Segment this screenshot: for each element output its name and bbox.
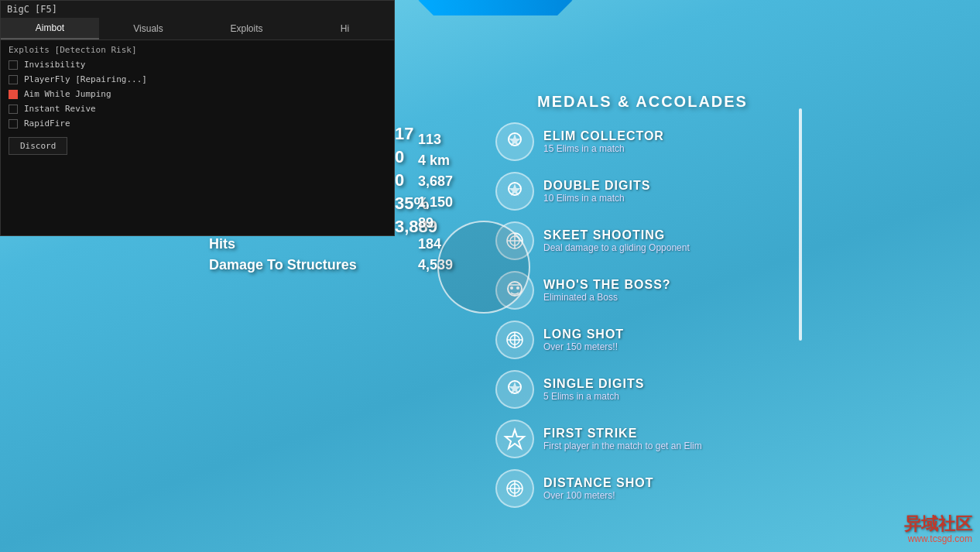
medal-icon-single-digits	[495, 370, 534, 409]
list-item[interactable]: PlayerFly [Repairing...]	[1, 72, 394, 87]
top-shape	[418, 0, 573, 15]
medal-info-long-shot: LONG SHOT Over 150 meters!!	[543, 327, 624, 352]
medal-row-skeet-shooting: SKEET SHOOTING Deal damage to a gliding …	[495, 221, 790, 260]
medal-name-elim-collector: ELIM COLLECTOR	[543, 129, 664, 143]
medal-desc-single-digits: 5 Elims in a match	[543, 391, 644, 402]
medal-name-distance-shot: DISTANCE SHOT	[543, 476, 653, 490]
checkbox-playerfly[interactable]	[9, 75, 18, 84]
medal-row-first-strike: FIRST STRIKE First player in the match t…	[495, 420, 790, 458]
tab-exploits[interactable]: Exploits	[197, 18, 296, 39]
medal-name-whos-boss: WHO'S THE BOSS?	[543, 278, 671, 292]
medal-name-long-shot: LONG SHOT	[543, 327, 624, 341]
medal-icon-long-shot	[495, 321, 534, 359]
label-rapidfire: RapidFire	[24, 118, 70, 129]
section-title: Exploits [Detection Risk]	[1, 40, 394, 57]
list-item[interactable]: Instant Revive	[1, 101, 394, 116]
medal-desc-whos-boss: Eliminated a Boss	[543, 292, 671, 303]
cheat-panel: BigC [F5] Aimbot Visuals Exploits Hi Exp…	[0, 0, 395, 236]
top-decoration	[418, 0, 573, 15]
medal-desc-distance-shot: Over 100 meters!	[543, 490, 653, 501]
medal-icon-distance-shot	[495, 469, 534, 508]
medal-row-single-digits: SINGLE DIGITS 5 Elims in a match	[495, 370, 790, 409]
label-hits: Hits	[209, 236, 410, 252]
medals-title: MEDALS & ACCOLADES	[495, 93, 790, 111]
medal-info-first-strike: FIRST STRIKE First player in the match t…	[543, 427, 702, 451]
label-aim-while-jumping: Aim While Jumping	[24, 89, 111, 99]
checkbox-rapidfire[interactable]	[9, 119, 18, 129]
medal-row-whos-boss: WHO'S THE BOSS? Eliminated a Boss	[495, 271, 790, 310]
list-item[interactable]: RapidFire	[1, 116, 394, 131]
cheat-tabs: Aimbot Visuals Exploits Hi	[1, 18, 394, 40]
medal-desc-first-strike: First player in the match to get an Elim	[543, 441, 702, 451]
cheat-title: BigC [F5]	[1, 1, 394, 18]
checkbox-aim-while-jumping[interactable]	[9, 90, 18, 99]
medal-desc-double-digits: 10 Elims in a match	[543, 193, 650, 204]
medal-name-first-strike: FIRST STRIKE	[543, 427, 702, 441]
watermark-line2: www.tcsgd.com	[908, 533, 972, 544]
checkbox-invisibility[interactable]	[9, 60, 18, 70]
label-playerfly: PlayerFly [Repairing...]	[24, 74, 147, 84]
list-item[interactable]: Aim While Jumping	[1, 87, 394, 101]
value-mat-used: 1,150	[418, 194, 453, 211]
medal-info-elim-collector: ELIM COLLECTOR 15 Elims in a match	[543, 129, 664, 154]
medals-section: MEDALS & ACCOLADES ELIM COLLECTOR 15 Eli…	[495, 93, 790, 519]
medal-row-long-shot: LONG SHOT Over 150 meters!!	[495, 321, 790, 359]
medal-info-single-digits: SINGLE DIGITS 5 Elims in a match	[543, 377, 644, 402]
stat-row-hits: Hits 184	[209, 236, 453, 252]
value-mat-gathered: 3,687	[418, 173, 453, 190]
value-distance: 4 km	[418, 153, 450, 169]
medal-name-single-digits: SINGLE DIGITS	[543, 377, 644, 391]
medal-info-distance-shot: DISTANCE SHOT Over 100 meters!	[543, 476, 653, 501]
checkbox-instant-revive[interactable]	[9, 105, 18, 114]
medal-info-whos-boss: WHO'S THE BOSS? Eliminated a Boss	[543, 278, 671, 303]
scroll-bar[interactable]	[799, 108, 802, 341]
medal-info-double-digits: DOUBLE DIGITS 10 Elims in a match	[543, 179, 650, 204]
tab-visuals[interactable]: Visuals	[99, 18, 197, 39]
medal-desc-long-shot: Over 150 meters!!	[543, 341, 624, 352]
medal-icon-double-digits	[495, 172, 534, 211]
medal-name-skeet-shooting: SKEET SHOOTING	[543, 228, 690, 242]
tab-aimbot[interactable]: Aimbot	[1, 18, 99, 39]
circle-overlay	[437, 221, 530, 314]
medal-desc-skeet-shooting: Deal damage to a gliding Opponent	[543, 242, 690, 253]
svg-marker-18	[505, 430, 524, 448]
medal-info-skeet-shooting: SKEET SHOOTING Deal damage to a gliding …	[543, 228, 690, 253]
medal-icon-elim-collector	[495, 122, 534, 161]
medal-icon-first-strike	[495, 420, 534, 458]
tab-hi[interactable]: Hi	[296, 18, 394, 39]
value-headshots: 113	[418, 132, 441, 148]
medal-desc-elim-collector: 15 Elims in a match	[543, 143, 664, 154]
medal-name-double-digits: DOUBLE DIGITS	[543, 179, 650, 193]
label-invisibility: Invisibility	[24, 60, 85, 70]
medal-row-elim-collector: ELIM COLLECTOR 15 Elims in a match	[495, 122, 790, 161]
list-item[interactable]: Invisibility	[1, 57, 394, 72]
discord-button[interactable]: Discord	[9, 137, 67, 155]
medal-row-double-digits: DOUBLE DIGITS 10 Elims in a match	[495, 172, 790, 211]
value-damage-taken: 89	[418, 215, 433, 231]
label-instant-revive: Instant Revive	[24, 104, 96, 114]
stat-row-damage-structures: Damage To Structures 4,539	[209, 257, 453, 273]
label-damage-structures: Damage To Structures	[209, 257, 410, 273]
watermark: 异域社区 www.tcsgd.com	[904, 515, 972, 544]
watermark-line1: 异域社区	[904, 515, 972, 533]
value-hits: 184	[418, 236, 441, 252]
medal-row-distance-shot: DISTANCE SHOT Over 100 meters!	[495, 469, 790, 508]
